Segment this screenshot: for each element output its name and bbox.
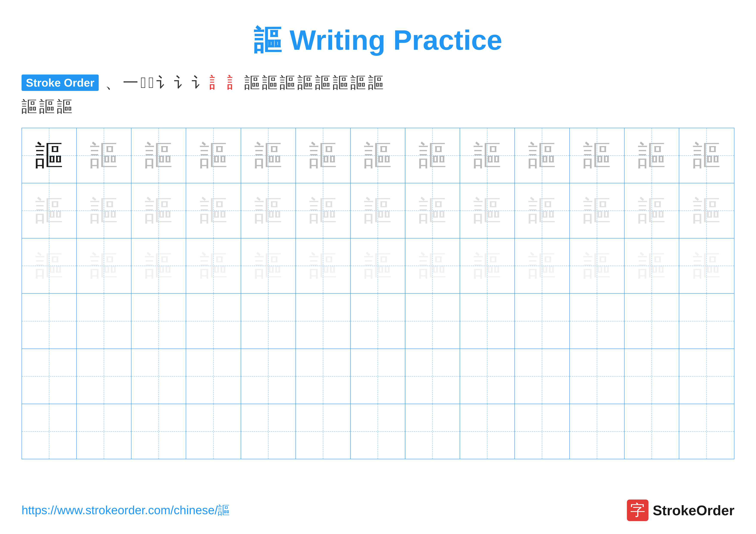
- grid-cell-5-12[interactable]: [625, 349, 679, 404]
- stroke-2: 一: [123, 72, 138, 93]
- grid-cell-3-9: 謳: [460, 239, 515, 293]
- stroke-18: 謳: [21, 96, 37, 117]
- grid-cell-3-4: 謳: [186, 239, 241, 293]
- grid-cell-2-12: 謳: [625, 183, 679, 238]
- grid-cell-5-5[interactable]: [241, 349, 296, 404]
- grid-cell-4-10[interactable]: [515, 293, 570, 348]
- grid-cell-5-9[interactable]: [460, 349, 515, 404]
- stroke-7: 讠: [191, 72, 207, 93]
- stroke-14: 謳: [315, 72, 331, 93]
- grid-cell-4-3[interactable]: [131, 293, 186, 348]
- grid-row-5: [22, 349, 734, 404]
- grid-cell-6-1[interactable]: [22, 404, 77, 459]
- grid-cell-6-8[interactable]: [405, 404, 460, 459]
- grid-cell-1-6: 謳: [296, 128, 351, 183]
- grid-cell-6-13[interactable]: [679, 404, 734, 459]
- grid-cell-3-3: 謳: [131, 239, 186, 293]
- stroke-11: 謳: [262, 72, 278, 93]
- stroke-order-section: Stroke Order 、 一 𠃍 𠃋 讠 讠 讠 訁 訁 謳 謳 謳 謳 謳…: [21, 72, 735, 117]
- grid-cell-5-8[interactable]: [405, 349, 460, 404]
- footer-url[interactable]: https://www.strokeorder.com/chinese/謳: [21, 502, 230, 518]
- grid-cell-1-5: 謳: [241, 128, 296, 183]
- grid-cell-1-2: 謳: [77, 128, 131, 183]
- grid-cell-4-2[interactable]: [77, 293, 131, 348]
- page-title: 謳 Writing Practice: [254, 21, 502, 60]
- grid-cell-3-5: 謳: [241, 239, 296, 293]
- stroke-20: 謳: [57, 96, 72, 117]
- grid-cell-5-10[interactable]: [515, 349, 570, 404]
- grid-cell-4-4[interactable]: [186, 293, 241, 348]
- stroke-chars-row2: 謳 謳 謳: [21, 96, 735, 117]
- grid-cell-6-4[interactable]: [186, 404, 241, 459]
- grid-cell-3-2: 謳: [77, 239, 131, 293]
- stroke-17: 謳: [368, 72, 384, 93]
- grid-cell-2-5: 謳: [241, 183, 296, 238]
- grid-cell-1-13: 謳: [679, 128, 734, 183]
- grid-row-1: 謳 謳 謳 謳 謳 謳 謳 謳 謳 謳 謳 謳 謳: [22, 128, 734, 183]
- grid-cell-1-10: 謳: [515, 128, 570, 183]
- grid-cell-6-7[interactable]: [351, 404, 405, 459]
- grid-cell-4-6[interactable]: [296, 293, 351, 348]
- stroke-10: 謳: [244, 72, 260, 93]
- grid-cell-5-4[interactable]: [186, 349, 241, 404]
- grid-row-2: 謳 謳 謳 謳 謳 謳 謳 謳 謳 謳 謳 謳 謳: [22, 183, 734, 239]
- grid-cell-4-5[interactable]: [241, 293, 296, 348]
- grid-cell-2-4: 謳: [186, 183, 241, 238]
- grid-cell-3-13: 謳: [679, 239, 734, 293]
- grid-cell-5-2[interactable]: [77, 349, 131, 404]
- grid-cell-6-2[interactable]: [77, 404, 131, 459]
- logo-text: StrokeOrder: [653, 502, 735, 519]
- grid-cell-1-11: 謳: [570, 128, 625, 183]
- grid-cell-2-9: 謳: [460, 183, 515, 238]
- grid-cell-2-11: 謳: [570, 183, 625, 238]
- grid-cell-4-12[interactable]: [625, 293, 679, 348]
- grid-cell-3-8: 謳: [405, 239, 460, 293]
- stroke-9: 訁: [227, 72, 242, 93]
- stroke-19: 謳: [39, 96, 55, 117]
- grid-cell-5-13[interactable]: [679, 349, 734, 404]
- grid-cell-5-7[interactable]: [351, 349, 405, 404]
- grid-cell-6-12[interactable]: [625, 404, 679, 459]
- stroke-5: 讠: [156, 72, 172, 93]
- grid-cell-5-6[interactable]: [296, 349, 351, 404]
- stroke-4: 𠃋: [148, 74, 154, 92]
- grid-cell-2-10: 謳: [515, 183, 570, 238]
- stroke-15: 謳: [333, 72, 348, 93]
- grid-cell-5-11[interactable]: [570, 349, 625, 404]
- grid-cell-1-8: 謳: [405, 128, 460, 183]
- grid-cell-3-7: 謳: [351, 239, 405, 293]
- stroke-8: 訁: [209, 72, 225, 93]
- stroke-chars-row1: 、 一 𠃍 𠃋 讠 讠 讠 訁 訁 謳 謳 謳 謳 謳 謳 謳 謳: [105, 72, 384, 93]
- grid-cell-6-5[interactable]: [241, 404, 296, 459]
- grid-cell-5-1[interactable]: [22, 349, 77, 404]
- grid-cell-4-7[interactable]: [351, 293, 405, 348]
- grid-cell-6-6[interactable]: [296, 404, 351, 459]
- grid-cell-4-8[interactable]: [405, 293, 460, 348]
- grid-cell-4-11[interactable]: [570, 293, 625, 348]
- grid-cell-3-1: 謳: [22, 239, 77, 293]
- grid-cell-4-1[interactable]: [22, 293, 77, 348]
- footer-logo: 字 StrokeOrder: [627, 499, 735, 521]
- grid-cell-4-9[interactable]: [460, 293, 515, 348]
- logo-char: 字: [630, 500, 645, 521]
- stroke-3: 𠃍: [141, 74, 146, 92]
- grid-cell-1-4: 謳: [186, 128, 241, 183]
- grid-cell-6-10[interactable]: [515, 404, 570, 459]
- grid-cell-5-3[interactable]: [131, 349, 186, 404]
- stroke-1: 、: [105, 72, 121, 93]
- stroke-6: 讠: [174, 72, 189, 93]
- grid-cell-6-3[interactable]: [131, 404, 186, 459]
- footer: https://www.strokeorder.com/chinese/謳 字 …: [21, 499, 735, 521]
- logo-icon: 字: [627, 499, 648, 521]
- grid-cell-4-13[interactable]: [679, 293, 734, 348]
- grid-cell-6-9[interactable]: [460, 404, 515, 459]
- grid-cell-3-10: 謳: [515, 239, 570, 293]
- grid-cell-2-6: 謳: [296, 183, 351, 238]
- stroke-16: 謳: [350, 72, 366, 93]
- practice-grid: 謳 謳 謳 謳 謳 謳 謳 謳 謳 謳 謳 謳 謳 謳 謳 謳 謳 謳 謳 謳 …: [21, 128, 735, 459]
- grid-cell-1-12: 謳: [625, 128, 679, 183]
- grid-row-3: 謳 謳 謳 謳 謳 謳 謳 謳 謳 謳 謳 謳 謳: [22, 239, 734, 293]
- grid-row-6: [22, 404, 734, 459]
- grid-cell-6-11[interactable]: [570, 404, 625, 459]
- grid-cell-2-2: 謳: [77, 183, 131, 238]
